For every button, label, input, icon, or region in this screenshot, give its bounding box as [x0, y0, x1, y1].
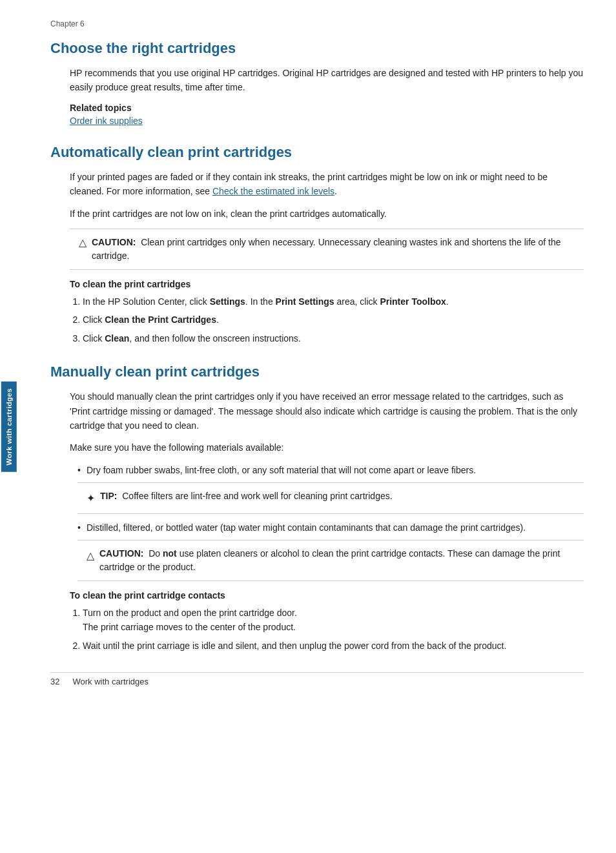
- chapter-label: Chapter 6: [50, 19, 584, 28]
- choose-para-1: HP recommends that you use original HP c…: [70, 66, 584, 95]
- caution-icon-auto: △: [79, 236, 87, 249]
- sub-heading-clean-contacts: To clean the print cartridge contacts: [70, 590, 584, 601]
- auto-clean-para-1: If your printed pages are faded or if th…: [70, 170, 584, 199]
- section-title-manual-clean: Manually clean print cartridges: [50, 364, 584, 380]
- caution-text-auto: CAUTION: Clean print cartridges only whe…: [92, 236, 575, 263]
- section-title-auto-clean: Automatically clean print cartridges: [50, 144, 584, 161]
- clean-step-3: Click Clean, and then follow the onscree…: [83, 331, 584, 345]
- section-auto-clean: Automatically clean print cartridges If …: [50, 144, 584, 345]
- materials-list: Dry foam rubber swabs, lint-free cloth, …: [77, 463, 584, 581]
- tip-icon-1: ✦: [87, 490, 95, 507]
- caution-box-auto: △ CAUTION: Clean print cartridges only w…: [70, 229, 584, 270]
- caution-text-manual: CAUTION: Do not use platen cleaners or a…: [99, 547, 575, 574]
- caution-icon-manual: △: [87, 548, 94, 564]
- page-footer: 32 Work with cartridges: [50, 672, 584, 686]
- section-title-choose: Choose the right cartridges: [50, 40, 584, 57]
- page-container: Work with cartridges Chapter 6 Choose th…: [0, 0, 616, 853]
- clean-steps-list: In the HP Solution Center, click Setting…: [83, 294, 584, 345]
- tip-text-1: TIP: Coffee filters are lint-free and wo…: [100, 489, 393, 503]
- section-choose: Choose the right cartridges HP recommend…: [50, 40, 584, 126]
- auto-clean-para-2: If the print cartridges are not low on i…: [70, 207, 584, 221]
- manual-clean-para-2: Make sure you have the following materia…: [70, 440, 584, 455]
- sub-heading-clean-cartridges: To clean the print cartridges: [70, 279, 584, 289]
- side-tab: Work with cartridges: [1, 382, 17, 472]
- section-manual-clean: Manually clean print cartridges You shou…: [50, 364, 584, 653]
- caution-box-manual: △ CAUTION: Do not use platen cleaners or…: [77, 540, 584, 581]
- manual-clean-para-1: You should manually clean the print cart…: [70, 389, 584, 433]
- contacts-step-1: Turn on the product and open the print c…: [83, 606, 584, 635]
- tip-box-1: ✦ TIP: Coffee filters are lint-free and …: [77, 482, 584, 514]
- bullet-item-2: Distilled, filtered, or bottled water (t…: [77, 520, 584, 581]
- clean-step-2: Click Clean the Print Cartridges.: [83, 313, 584, 327]
- order-ink-link[interactable]: Order ink supplies: [70, 116, 143, 126]
- contacts-steps-list: Turn on the product and open the print c…: [83, 606, 584, 653]
- page-number: 32: [50, 677, 59, 686]
- bullet-item-1: Dry foam rubber swabs, lint-free cloth, …: [77, 463, 584, 514]
- contacts-step-2: Wait until the print carriage is idle an…: [83, 639, 584, 653]
- footer-label: Work with cartridges: [72, 677, 149, 686]
- related-topics-label: Related topics: [70, 103, 584, 113]
- check-ink-link[interactable]: Check the estimated ink levels: [212, 186, 334, 196]
- clean-step-1: In the HP Solution Center, click Setting…: [83, 294, 584, 309]
